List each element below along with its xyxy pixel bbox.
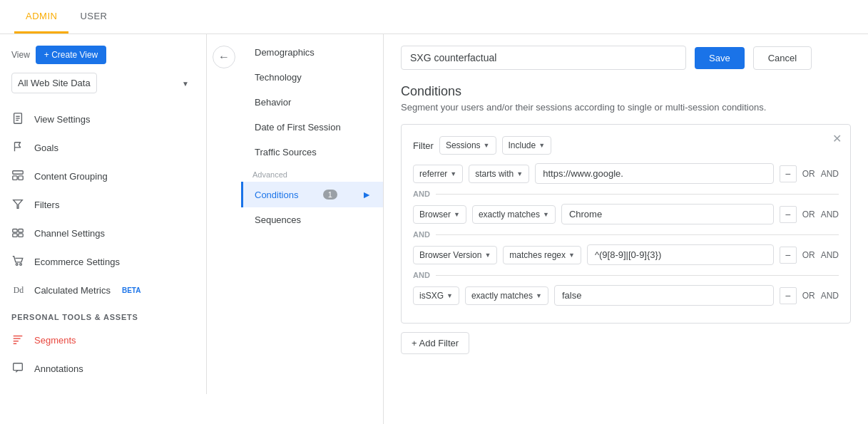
filter-icon xyxy=(11,197,26,212)
dimension-dropdown-2[interactable]: Browser ▼ xyxy=(413,205,466,224)
sidebar-item-label: Goals xyxy=(34,143,58,153)
filter-value-input-2[interactable] xyxy=(561,204,774,224)
sidebar-item-content-grouping[interactable]: Content Grouping xyxy=(0,162,206,190)
operator-dropdown-3[interactable]: matches regex ▼ xyxy=(503,246,581,264)
operator-2-arrow: ▼ xyxy=(543,211,549,218)
svg-rect-6 xyxy=(19,176,23,180)
sidebar-item-goals[interactable]: Goals xyxy=(0,133,206,162)
filter-value-input-1[interactable] xyxy=(535,163,773,184)
sessions-dropdown[interactable]: Sessions ▼ xyxy=(439,136,496,155)
sidebar-item-filters[interactable]: Filters xyxy=(0,190,206,219)
operator-3-arrow: ▼ xyxy=(568,252,575,259)
save-button[interactable]: Save xyxy=(695,47,745,69)
segment-menu-sequences[interactable]: Sequences xyxy=(241,207,383,232)
filter-minus-button-2[interactable]: − xyxy=(780,206,797,223)
beta-badge: BETA xyxy=(122,286,141,294)
segment-menu-traffic-sources[interactable]: Traffic Sources xyxy=(241,140,383,165)
filter-or-label-3: OR xyxy=(802,250,815,260)
filter-name-input[interactable] xyxy=(401,46,686,70)
nav-user[interactable]: USER xyxy=(68,1,118,33)
left-panel: View + Create View All Web Site Data Vie… xyxy=(0,34,241,424)
sidebar-item-annotations[interactable]: Annotations xyxy=(0,354,206,383)
operator-dropdown-4[interactable]: exactly matches ▼ xyxy=(465,286,548,305)
filter-name-row: Save Cancel xyxy=(401,46,851,70)
main-content: Save Cancel Conditions Segment your user… xyxy=(384,34,868,424)
create-view-button[interactable]: + Create View xyxy=(36,46,107,64)
channel-icon xyxy=(11,226,26,240)
top-nav: ADMIN USER xyxy=(0,0,868,34)
segment-menu-date-of-first-session[interactable]: Date of First Session xyxy=(241,115,383,140)
content-icon xyxy=(11,169,26,183)
personal-tools-header: PERSONAL TOOLS & ASSETS xyxy=(0,304,206,326)
view-select-row: All Web Site Data xyxy=(0,73,206,105)
svg-point-13 xyxy=(20,264,22,266)
filter-minus-button-3[interactable]: − xyxy=(780,247,797,264)
filter-minus-button-4[interactable]: − xyxy=(780,287,797,304)
add-filter-button[interactable]: + Add Filter xyxy=(401,332,469,354)
filter-row-1: referrer ▼ starts with ▼ − OR AND xyxy=(413,163,839,184)
dimension-1-arrow: ▼ xyxy=(450,170,456,177)
filter-close-button[interactable]: ✕ xyxy=(832,133,842,145)
sidebar-view-row: View + Create View xyxy=(0,46,206,73)
sidebar-item-label: Segments xyxy=(34,335,76,346)
view-select[interactable]: All Web Site Data xyxy=(11,73,97,93)
filter-and-label-3[interactable]: AND xyxy=(821,250,839,260)
sidebar-item-label: Filters xyxy=(34,200,59,210)
svg-text:Dd: Dd xyxy=(14,286,24,295)
dimension-4-arrow: ▼ xyxy=(446,292,453,299)
sidebar-item-ecommerce[interactable]: Ecommerce Settings xyxy=(0,247,206,276)
main-layout: View + Create View All Web Site Data Vie… xyxy=(0,34,868,424)
nav-admin[interactable]: ADMIN xyxy=(14,1,68,33)
filter-and-label-1[interactable]: AND xyxy=(821,169,839,179)
dimension-2-arrow: ▼ xyxy=(454,211,460,218)
segment-menu-conditions[interactable]: Conditions 1 ► xyxy=(241,182,383,207)
svg-rect-4 xyxy=(13,171,23,175)
segments-icon xyxy=(11,333,26,347)
filter-or-label-1: OR xyxy=(802,169,815,179)
filter-minus-button-1[interactable]: − xyxy=(780,165,797,182)
include-dropdown[interactable]: Include ▼ xyxy=(502,136,552,155)
sidebar-item-view-settings[interactable]: View Settings xyxy=(0,105,206,133)
advanced-divider: Advanced xyxy=(241,165,383,182)
svg-rect-19 xyxy=(14,363,23,371)
view-select-wrapper: All Web Site Data xyxy=(11,73,195,93)
filter-row-4: isSXG ▼ exactly matches ▼ − OR AND xyxy=(413,285,839,306)
operator-dropdown-2[interactable]: exactly matches ▼ xyxy=(472,205,556,224)
view-label: View xyxy=(11,50,30,60)
filter-and-label-2[interactable]: AND xyxy=(821,210,839,219)
segment-menu-behavior[interactable]: Behavior xyxy=(241,90,383,115)
operator-dropdown-1[interactable]: starts with ▼ xyxy=(469,165,529,183)
svg-rect-5 xyxy=(13,176,17,180)
and-separator-3: AND xyxy=(413,271,839,279)
back-button[interactable]: ← xyxy=(213,46,235,68)
filter-and-label-4[interactable]: AND xyxy=(821,291,839,301)
cancel-button[interactable]: Cancel xyxy=(753,46,812,70)
sidebar-item-label: Channel Settings xyxy=(34,228,105,239)
filter-or-label-2: OR xyxy=(802,210,815,219)
dimension-dropdown-1[interactable]: referrer ▼ xyxy=(413,165,463,183)
doc-icon xyxy=(11,112,26,126)
segment-menu: Demographics Technology Behavior Date of… xyxy=(241,34,384,424)
sidebar-item-channel-settings[interactable]: Channel Settings xyxy=(0,219,206,247)
segment-menu-technology[interactable]: Technology xyxy=(241,65,383,90)
filter-value-input-4[interactable] xyxy=(554,285,774,306)
svg-rect-10 xyxy=(13,234,17,237)
operator-4-arrow: ▼ xyxy=(536,292,542,299)
and-separator-1: AND xyxy=(413,190,839,198)
dimension-dropdown-4[interactable]: isSXG ▼ xyxy=(413,286,459,305)
back-btn-area: ← xyxy=(207,34,241,68)
active-arrow-icon: ► xyxy=(362,189,372,200)
sidebar-item-segments[interactable]: Segments xyxy=(0,326,206,354)
sidebar-item-label: Ecommerce Settings xyxy=(34,257,120,267)
svg-marker-7 xyxy=(14,200,23,209)
filter-row-2: Browser ▼ exactly matches ▼ − OR AND xyxy=(413,204,839,224)
sidebar-item-label: View Settings xyxy=(34,114,91,125)
dimension-dropdown-3[interactable]: Browser Version ▼ xyxy=(413,246,497,264)
annotations-icon xyxy=(11,361,26,376)
segment-menu-demographics[interactable]: Demographics xyxy=(241,40,383,65)
filter-box: Filter Sessions ▼ Include ▼ ✕ referrer ▼ xyxy=(401,124,851,324)
cart-icon xyxy=(11,254,26,269)
calc-icon: Dd xyxy=(11,283,26,297)
sidebar-item-calculated-metrics[interactable]: Dd Calculated Metrics BETA xyxy=(0,276,206,304)
filter-value-input-3[interactable] xyxy=(587,244,774,265)
